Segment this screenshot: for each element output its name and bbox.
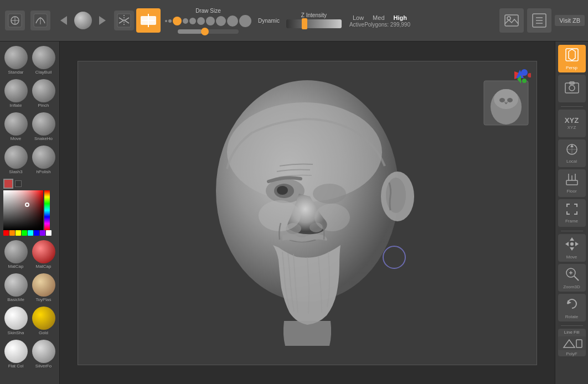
swatch-cyan[interactable]: [28, 230, 33, 236]
pinch-brush[interactable]: Pinch: [31, 78, 56, 109]
matcap-red[interactable]: MatCap: [31, 239, 56, 270]
draw-size-slider[interactable]: [178, 29, 239, 34]
image-btn[interactable]: [499, 8, 524, 33]
persp-btn[interactable]: Persp: [558, 45, 586, 72]
svg-rect-13: [505, 15, 518, 26]
main-area: Standar ClayBuil Inflate Pinch Move: [0, 41, 588, 384]
matcap-grey-label: MatCap: [8, 264, 23, 269]
material-row-3: SkinSha Gold: [3, 305, 56, 336]
swatch-blue[interactable]: [34, 230, 39, 236]
color-picker-inner[interactable]: [3, 190, 56, 230]
top-toolbar: Draw Size Dynamic Z Intensity: [0, 0, 588, 41]
clay-buildup-btn[interactable]: [29, 9, 52, 32]
pinch-brush-label: Pinch: [38, 103, 49, 108]
slash3-brush[interactable]: Slash3: [3, 144, 29, 175]
silverfo-material[interactable]: SilverFo: [31, 339, 56, 370]
gold-material[interactable]: Gold: [31, 305, 56, 336]
swatch-purple[interactable]: [40, 230, 45, 236]
symmetry-btn[interactable]: [114, 11, 134, 30]
orientation-gizmo[interactable]: [481, 67, 531, 133]
arrow-right-btn[interactable]: [94, 11, 112, 30]
svg-rect-49: [566, 180, 577, 185]
toyplas-material[interactable]: ToyPlas: [31, 272, 56, 303]
rotate-btn[interactable]: Rotate: [558, 294, 586, 321]
canvas-area[interactable]: [60, 41, 555, 384]
color-saturation-area[interactable]: [3, 190, 43, 230]
med-btn[interactable]: Med: [370, 14, 386, 22]
swatch-white[interactable]: [46, 230, 51, 236]
floor-icon: [565, 173, 579, 188]
xyz-label: XYZ: [568, 125, 576, 130]
clay-buildup-brush[interactable]: ClayBuil: [31, 45, 56, 76]
svg-marker-7: [99, 16, 106, 25]
dynamic-label: Dynamic: [258, 18, 280, 24]
xyz-icon: XYZ: [565, 117, 579, 124]
high-btn[interactable]: High: [391, 14, 409, 22]
frame-icon: [565, 203, 579, 217]
svg-marker-63: [564, 340, 575, 347]
standard-brush-btn[interactable]: [3, 9, 27, 32]
canvas-viewport[interactable]: [78, 61, 537, 365]
local-icon: [565, 143, 579, 158]
draw-size-dots[interactable]: [165, 15, 251, 27]
svg-marker-62: [568, 300, 571, 304]
svg-point-24: [313, 184, 346, 204]
move-brush[interactable]: Move: [3, 111, 29, 142]
poly-fill-area[interactable]: [558, 336, 586, 350]
svg-point-45: [569, 85, 575, 91]
standard-brush-label: Standar: [8, 70, 23, 75]
layers-btn[interactable]: [527, 8, 551, 33]
inflate-brush[interactable]: Inflate: [3, 78, 29, 109]
active-brush-main-btn[interactable]: [136, 8, 161, 33]
swatch-yellow[interactable]: [16, 230, 21, 236]
material-row-4: Flat Col SilverFo: [3, 339, 56, 370]
move-icon: [564, 236, 580, 253]
line-fill-btn[interactable]: Line Fill PolyF: [558, 329, 586, 356]
sculpture-svg: [136, 69, 479, 357]
color-swatches: [3, 230, 56, 236]
color-hue-bar[interactable]: [44, 190, 50, 230]
color-picker-area: [3, 179, 56, 236]
svg-point-28: [314, 204, 350, 231]
frame-btn[interactable]: Frame: [558, 199, 586, 227]
local-btn[interactable]: Local: [558, 139, 586, 167]
hpolish-brush[interactable]: hPolish: [31, 144, 56, 175]
flat-color-material[interactable]: Flat Col: [3, 339, 29, 370]
floor-btn[interactable]: Floor: [558, 169, 586, 197]
matcap-red-label: MatCap: [35, 264, 51, 269]
separator-1: [561, 106, 583, 107]
svg-point-35: [499, 98, 505, 102]
arrow-left-btn[interactable]: [54, 11, 72, 30]
background-color[interactable]: [15, 180, 22, 187]
rotate-label: Rotate: [565, 314, 579, 319]
frame-label: Frame: [565, 219, 578, 224]
orientation-gizmo-svg: [481, 67, 531, 128]
clay-buildup-brush-label: ClayBuil: [35, 70, 51, 75]
skinsha-material[interactable]: SkinSha: [3, 305, 29, 336]
low-btn[interactable]: Low: [350, 14, 366, 22]
svg-point-20: [227, 102, 382, 202]
svg-marker-55: [565, 242, 569, 246]
swatch-red[interactable]: [3, 230, 9, 236]
visit-zb-btn[interactable]: Visit ZB: [555, 15, 585, 26]
swatch-orange[interactable]: [9, 230, 15, 236]
standard-brush[interactable]: Standar: [3, 45, 29, 76]
svg-marker-54: [570, 247, 574, 251]
draw-size-label: Draw Size: [195, 8, 221, 14]
rotate-icon: [564, 296, 580, 313]
xyz-btn[interactable]: XYZ XYZ: [558, 110, 586, 137]
svg-marker-56: [575, 242, 579, 246]
top-right-icons: Visit ZB: [499, 8, 585, 33]
color-indicator-row: [3, 179, 56, 189]
z-intensity-slider[interactable]: [286, 19, 342, 28]
snakehook-brush[interactable]: SnakeHo: [31, 111, 56, 142]
matcap-grey[interactable]: MatCap: [3, 239, 29, 270]
foreground-color[interactable]: [3, 179, 13, 189]
camera-btn[interactable]: [558, 75, 586, 102]
svg-marker-53: [570, 237, 574, 241]
move-btn[interactable]: Move: [558, 234, 586, 262]
svg-marker-6: [60, 16, 67, 25]
zoom3d-btn[interactable]: Zoom3D: [558, 264, 586, 292]
swatch-green[interactable]: [22, 230, 27, 236]
basicme-material[interactable]: BasicMe: [3, 272, 29, 303]
